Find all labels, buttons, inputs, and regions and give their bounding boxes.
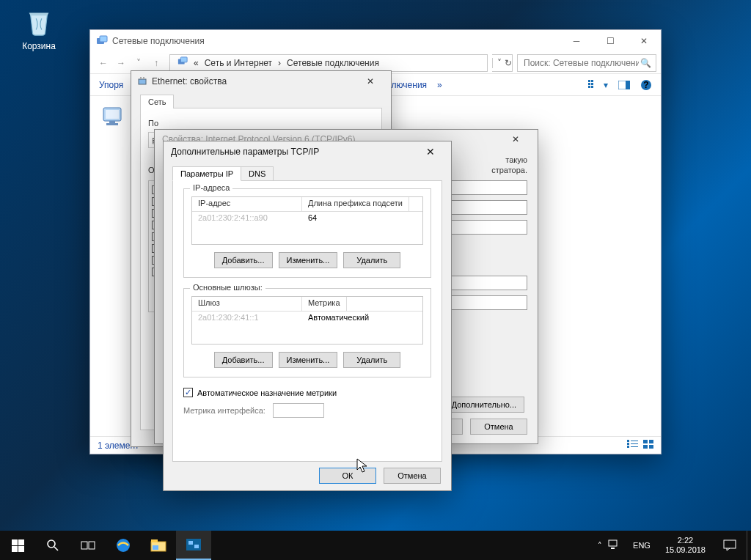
- advanced-titlebar[interactable]: Дополнительные параметры TCP/IP ✕: [164, 141, 451, 162]
- explorer-titlebar[interactable]: Сетевые подключения ─ ☐ ✕: [90, 30, 661, 52]
- breadcrumb-icon: [175, 56, 191, 69]
- svg-rect-31: [12, 539, 18, 545]
- svg-rect-38: [89, 542, 95, 549]
- advanced-cancel-button[interactable]: Отмена: [384, 468, 441, 484]
- svg-rect-33: [12, 546, 18, 552]
- tray-network-icon[interactable]: [608, 539, 620, 551]
- close-button[interactable]: ✕: [627, 30, 661, 52]
- ip-col-address[interactable]: IP-адрес: [192, 197, 302, 211]
- recycle-bin-icon: [22, 4, 56, 38]
- svg-rect-18: [627, 440, 629, 442]
- search-box[interactable]: 🔍: [517, 54, 656, 72]
- auto-metric-label: Автоматическое назначение метрики: [197, 388, 337, 397]
- action-center-button[interactable]: [713, 531, 747, 560]
- ip-add-button[interactable]: Добавить...: [214, 252, 273, 268]
- breadcrumb-l2[interactable]: Сетевые подключения: [284, 58, 382, 68]
- recycle-bin-label: Корзина: [13, 41, 65, 51]
- auto-metric-row[interactable]: ✓ Автоматическое назначение метрики: [183, 388, 431, 397]
- ip-row[interactable]: 2a01:230:2:41::a90 64: [192, 212, 422, 224]
- gw-listview[interactable]: Шлюз Метрика 2a01:230:2:41::1 Автоматиче…: [191, 296, 423, 345]
- task-view-button[interactable]: [70, 531, 106, 560]
- network-connections-icon: [96, 35, 108, 47]
- advanced-close-button[interactable]: ✕: [417, 143, 444, 161]
- tab-ip-params[interactable]: Параметры IP: [172, 166, 241, 181]
- prefix-value: 64: [302, 212, 323, 224]
- view-large-icon[interactable]: [643, 440, 653, 451]
- breadcrumb-l1[interactable]: Сеть и Интернет: [202, 58, 275, 68]
- ipv6-info-tail: такую: [505, 155, 527, 164]
- svg-rect-5: [591, 80, 593, 82]
- show-desktop-button[interactable]: [747, 531, 751, 560]
- svg-rect-25: [649, 440, 653, 443]
- breadcrumb-prefix: «: [191, 58, 202, 68]
- svg-rect-19: [631, 441, 638, 441]
- ie-taskbar-icon[interactable]: [106, 531, 141, 560]
- svg-rect-16: [109, 121, 115, 123]
- svg-rect-23: [631, 446, 638, 447]
- tab-dns[interactable]: DNS: [241, 166, 274, 181]
- gw-row[interactable]: 2a01:230:2:41::1 Автоматический: [192, 312, 422, 323]
- ethernet-tab-network[interactable]: Сеть: [140, 95, 174, 108]
- gw-group-title: Основные шлюзы:: [190, 283, 265, 292]
- ip-addresses-group: IP-адреса IP-адрес Длина префикса подсет…: [183, 188, 431, 278]
- desktop-recycle-bin[interactable]: Корзина: [13, 4, 65, 51]
- ipv6-close-button[interactable]: ✕: [501, 130, 530, 148]
- ipv6-cancel-button[interactable]: Отмена: [470, 419, 527, 435]
- explorer-title: Сетевые подключения: [112, 36, 205, 46]
- start-button[interactable]: [0, 531, 35, 560]
- preview-pane-button[interactable]: [618, 81, 630, 89]
- network-adapter-icon[interactable]: [102, 106, 128, 130]
- gw-edit-button[interactable]: Изменить...: [279, 352, 338, 368]
- svg-line-36: [54, 547, 58, 550]
- svg-rect-48: [724, 540, 736, 548]
- search-button[interactable]: [35, 531, 70, 560]
- svg-rect-1: [100, 36, 107, 42]
- gw-col-gateway[interactable]: Шлюз: [192, 297, 302, 311]
- view-details-icon[interactable]: [627, 440, 639, 451]
- tray-overflow-icon[interactable]: ˄: [598, 541, 602, 550]
- auto-metric-checkbox[interactable]: ✓: [183, 388, 193, 397]
- taskbar: ˄ ENG 2:22 15.09.2018: [0, 531, 751, 560]
- file-explorer-taskbar-icon[interactable]: [141, 531, 176, 560]
- advanced-button[interactable]: Дополнительно...: [444, 397, 524, 413]
- advanced-ok-button[interactable]: ОК: [319, 468, 376, 484]
- ip-group-title: IP-адреса: [190, 183, 232, 192]
- svg-rect-28: [139, 79, 146, 84]
- breadcrumb[interactable]: « Сеть и Интернет › Сетевые подключения: [169, 54, 488, 72]
- ip-value: 2a01:230:2:41::a90: [192, 212, 302, 224]
- svg-rect-26: [643, 445, 648, 449]
- ip-listview[interactable]: IP-адрес Длина префикса подсети 2a01:230…: [191, 196, 423, 245]
- maximize-button[interactable]: ☐: [593, 30, 627, 52]
- nav-recent-icon[interactable]: ˅: [130, 54, 147, 72]
- gw-add-button[interactable]: Добавить...: [214, 352, 273, 368]
- ip-delete-button[interactable]: Удалить: [343, 252, 400, 268]
- ip-col-prefix[interactable]: Длина префикса подсети: [302, 197, 409, 211]
- clock-time: 2:22: [665, 536, 706, 545]
- search-input[interactable]: [522, 57, 640, 69]
- refresh-button[interactable]: ˅ ↻: [492, 54, 513, 72]
- svg-rect-17: [106, 123, 118, 125]
- nav-up-icon[interactable]: ↑: [147, 54, 165, 72]
- svg-rect-47: [611, 548, 615, 549]
- toolbar-organize[interactable]: Упоря: [99, 80, 123, 90]
- svg-rect-27: [649, 445, 653, 449]
- svg-rect-29: [140, 77, 142, 79]
- ip-edit-button[interactable]: Изменить...: [279, 252, 338, 268]
- svg-rect-46: [609, 540, 617, 546]
- language-indicator[interactable]: ENG: [626, 541, 658, 550]
- clock[interactable]: 2:22 15.09.2018: [658, 536, 713, 555]
- help-button[interactable]: ?: [640, 79, 652, 91]
- gw-col-metric[interactable]: Метрика: [302, 297, 347, 311]
- network-connections-taskbar-icon[interactable]: [176, 531, 211, 560]
- ethernet-titlebar[interactable]: Ethernet: свойства ✕: [131, 71, 391, 92]
- toolbar-more[interactable]: »: [437, 80, 442, 90]
- svg-rect-34: [18, 546, 24, 552]
- gw-delete-button[interactable]: Удалить: [343, 352, 400, 368]
- nav-forward-icon[interactable]: →: [112, 54, 130, 72]
- view-layout-button[interactable]: ▾: [588, 80, 608, 90]
- minimize-button[interactable]: ─: [560, 30, 593, 52]
- nav-back-icon[interactable]: ←: [95, 54, 112, 72]
- gw-value: 2a01:230:2:41::1: [192, 312, 302, 323]
- svg-rect-7: [591, 83, 593, 85]
- ethernet-close-button[interactable]: ✕: [356, 73, 385, 90]
